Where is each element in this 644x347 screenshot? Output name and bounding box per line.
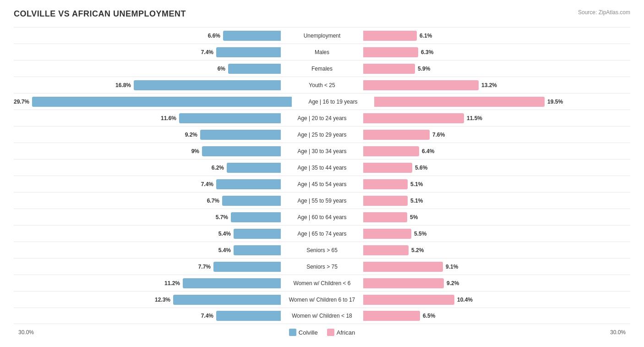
row-label: Age | 20 to 24 years bbox=[281, 115, 363, 121]
chart-source: Source: ZipAtlas.com bbox=[578, 9, 630, 16]
left-value: 7.4% bbox=[198, 181, 216, 187]
table-row: 12.3% Women w/ Children 6 to 17 10.4% bbox=[14, 291, 630, 308]
bar-colville bbox=[183, 278, 281, 288]
chart-body: 6.6% Unemployment 6.1% 7.4% Males 6.3% bbox=[14, 27, 630, 324]
row-label: Seniors > 65 bbox=[281, 247, 363, 253]
right-bar-area: 5.9% bbox=[363, 64, 630, 74]
right-value: 19.5% bbox=[545, 99, 563, 105]
right-bar-area: 6.4% bbox=[363, 146, 630, 156]
left-value: 29.7% bbox=[14, 99, 32, 105]
left-value: 5.7% bbox=[213, 214, 231, 220]
right-value: 5% bbox=[407, 214, 426, 220]
left-value: 5.4% bbox=[215, 231, 234, 237]
right-value: 6.1% bbox=[417, 33, 435, 39]
legend-icon-colville bbox=[289, 329, 296, 336]
left-bar-area: 5.7% bbox=[14, 212, 281, 222]
right-value: 5.9% bbox=[415, 66, 433, 72]
right-bar-area: 19.5% bbox=[374, 97, 630, 107]
bar-african bbox=[363, 245, 409, 255]
bar-colville bbox=[216, 311, 281, 321]
right-bar-area: 5.1% bbox=[363, 179, 630, 189]
left-value: 7.4% bbox=[198, 49, 216, 55]
table-row: 6.7% Age | 55 to 59 years 5.1% bbox=[14, 192, 630, 209]
bar-colville bbox=[32, 97, 292, 107]
bar-african bbox=[363, 80, 479, 90]
legend-african: African bbox=[327, 329, 355, 336]
legend-icon-african bbox=[327, 329, 334, 336]
right-bar-area: 11.5% bbox=[363, 113, 630, 123]
bar-african bbox=[374, 97, 545, 107]
left-bar-area: 29.7% bbox=[14, 97, 292, 107]
legend: Colville African bbox=[289, 329, 355, 336]
row-label: Age | 30 to 34 years bbox=[281, 148, 363, 154]
row-label: Age | 16 to 19 years bbox=[292, 99, 374, 105]
right-bar-area: 5.2% bbox=[363, 245, 630, 255]
table-row: 7.4% Age | 45 to 54 years 5.1% bbox=[14, 176, 630, 192]
row-label: Women w/ Children < 6 bbox=[281, 280, 363, 286]
left-bar-area: 11.6% bbox=[14, 113, 281, 123]
left-bar-area: 6.2% bbox=[14, 163, 281, 173]
table-row: 5.4% Seniors > 65 5.2% bbox=[14, 242, 630, 258]
table-row: 11.2% Women w/ Children < 6 9.2% bbox=[14, 275, 630, 291]
row-label: Age | 35 to 44 years bbox=[281, 165, 363, 171]
bar-colville bbox=[213, 262, 281, 272]
chart-footer: 30.0% Colville African 30.0% bbox=[14, 329, 630, 336]
left-bar-area: 7.4% bbox=[14, 47, 281, 57]
right-bar-area: 5.5% bbox=[363, 229, 630, 239]
left-bar-area: 6% bbox=[14, 64, 281, 74]
bar-colville bbox=[134, 80, 281, 90]
left-bar-area: 6.7% bbox=[14, 196, 281, 206]
bar-african bbox=[363, 146, 419, 156]
right-bar-area: 10.4% bbox=[363, 295, 630, 305]
bar-african bbox=[363, 278, 444, 288]
left-value: 9% bbox=[184, 148, 202, 154]
left-value: 11.6% bbox=[161, 115, 179, 121]
left-bar-area: 16.8% bbox=[14, 80, 281, 90]
table-row: 16.8% Youth < 25 13.2% bbox=[14, 77, 630, 93]
row-label: Unemployment bbox=[281, 33, 363, 39]
right-bar-area: 9.1% bbox=[363, 262, 630, 272]
bar-african bbox=[363, 163, 412, 173]
bar-african bbox=[363, 229, 411, 239]
bar-colville bbox=[228, 64, 281, 74]
chart-container: COLVILLE VS AFRICAN UNEMPLOYMENT Source:… bbox=[0, 0, 644, 347]
right-bar-area: 7.6% bbox=[363, 130, 630, 140]
bar-african bbox=[363, 295, 454, 305]
scale-right: 30.0% bbox=[610, 329, 626, 336]
row-label: Seniors > 75 bbox=[281, 264, 363, 270]
bar-colville bbox=[234, 245, 281, 255]
right-value: 5.6% bbox=[412, 165, 431, 171]
chart-header: COLVILLE VS AFRICAN UNEMPLOYMENT Source:… bbox=[14, 9, 630, 19]
bar-african bbox=[363, 262, 443, 272]
right-value: 9.1% bbox=[443, 264, 461, 270]
left-value: 6.6% bbox=[205, 33, 223, 39]
table-row: 9% Age | 30 to 34 years 6.4% bbox=[14, 143, 630, 159]
right-value: 5.5% bbox=[411, 231, 430, 237]
table-row: 9.2% Age | 25 to 29 years 7.6% bbox=[14, 126, 630, 143]
left-value: 11.2% bbox=[164, 280, 183, 286]
row-label: Women w/ Children 6 to 17 bbox=[281, 297, 363, 303]
bar-colville bbox=[227, 163, 281, 173]
left-bar-area: 7.4% bbox=[14, 311, 281, 321]
bar-african bbox=[363, 212, 407, 222]
right-value: 5.1% bbox=[408, 198, 426, 204]
row-label: Females bbox=[281, 66, 363, 72]
right-bar-area: 6.3% bbox=[363, 47, 630, 57]
table-row: 6.6% Unemployment 6.1% bbox=[14, 27, 630, 44]
bar-colville bbox=[222, 196, 281, 206]
right-bar-area: 5% bbox=[363, 212, 630, 222]
table-row: 6% Females 5.9% bbox=[14, 60, 630, 77]
table-row: 29.7% Age | 16 to 19 years 19.5% bbox=[14, 93, 630, 110]
row-label: Women w/ Children < 18 bbox=[281, 313, 363, 319]
bar-colville bbox=[202, 146, 281, 156]
bar-colville bbox=[179, 113, 281, 123]
chart-title: COLVILLE VS AFRICAN UNEMPLOYMENT bbox=[14, 9, 186, 19]
row-label: Youth < 25 bbox=[281, 82, 363, 88]
left-bar-area: 7.4% bbox=[14, 179, 281, 189]
left-value: 7.4% bbox=[198, 313, 216, 319]
bar-african bbox=[363, 64, 415, 74]
bar-colville bbox=[216, 47, 281, 57]
left-bar-area: 6.6% bbox=[14, 31, 281, 41]
bar-colville bbox=[231, 212, 281, 222]
left-value: 9.2% bbox=[182, 132, 200, 138]
